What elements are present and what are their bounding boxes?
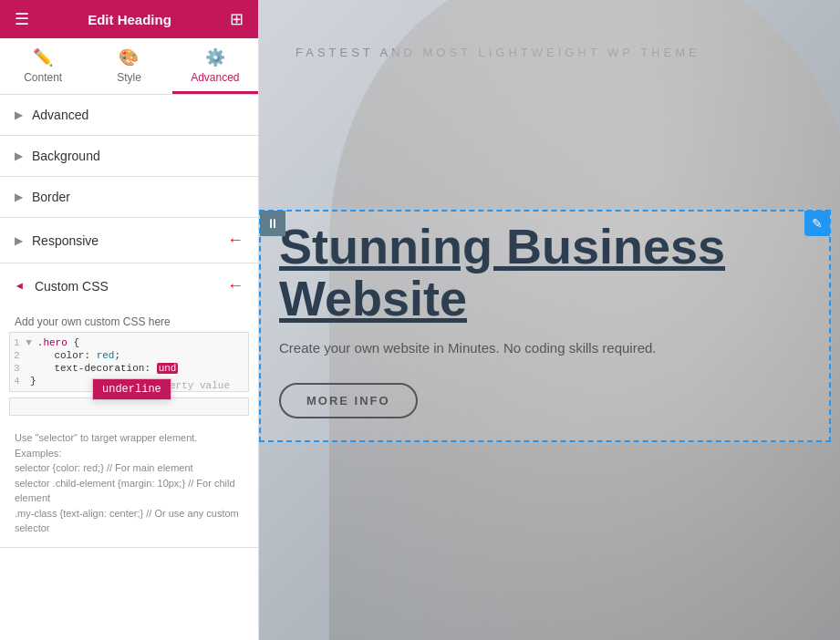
line-content-4: } <box>30 376 36 387</box>
pencil-icon: ✎ <box>812 216 823 231</box>
section-advanced-header[interactable]: ▶ Advanced <box>0 95 258 135</box>
pause-icon: ⏸ <box>266 216 279 231</box>
tab-advanced-label: Advanced <box>191 71 239 84</box>
code-line-1: 1 ▼ .hero { <box>10 336 248 349</box>
content-icon: ✏️ <box>33 47 53 67</box>
section-background-header[interactable]: ▶ Background <box>0 136 258 176</box>
line-num-3: 3 <box>14 363 30 374</box>
tabs-row: ✏️ Content 🎨 Style ⚙️ Advanced <box>0 38 258 95</box>
grid-icon[interactable]: ⊞ <box>230 9 244 29</box>
advanced-icon: ⚙️ <box>205 47 225 67</box>
line-num-4: 4 <box>14 376 30 387</box>
preview-btn-area: MORE INFO <box>261 374 829 440</box>
red-arrow-responsive: ← <box>227 231 244 250</box>
tab-advanced[interactable]: ⚙️ Advanced <box>172 38 258 94</box>
section-advanced-label: Advanced <box>32 108 88 122</box>
line-content-2: color: red; <box>30 350 120 361</box>
chevron-icon-border: ▶ <box>15 191 23 203</box>
section-border-header[interactable]: ▶ Border <box>0 177 258 217</box>
style-icon: 🎨 <box>119 47 139 67</box>
hamburger-icon[interactable]: ☰ <box>15 9 29 29</box>
autocomplete-item[interactable]: underline <box>93 379 171 399</box>
line-num-2: 2 <box>14 350 30 361</box>
code-line-2: 2 color: red; <box>10 349 248 362</box>
tab-content[interactable]: ✏️ Content <box>0 38 86 94</box>
section-border-label: Border <box>32 190 70 204</box>
section-custom-css-header[interactable]: ▼ Custom CSS ← <box>0 263 258 308</box>
section-background: ▶ Background <box>0 136 258 177</box>
website-preview: FASTEST AND MOST LIGHTWEIGHT WP THEME ⏸ … <box>259 0 840 640</box>
section-custom-css-label: Custom CSS <box>35 279 109 294</box>
code-line-3: 3 text-decoration: und <box>10 362 248 375</box>
autocomplete-popup[interactable]: underline <box>92 378 171 400</box>
line-content-1: .hero { <box>37 337 79 348</box>
preview-subtext: Create your own website in Minutes. No c… <box>261 333 829 374</box>
right-content: FASTEST AND MOST LIGHTWEIGHT WP THEME ⏸ … <box>259 0 840 640</box>
tab-style[interactable]: 🎨 Style <box>86 38 171 94</box>
line-num-1: 1 ▼ <box>14 337 37 348</box>
panel-title: Edit Heading <box>88 12 171 27</box>
section-background-label: Background <box>32 149 100 163</box>
red-arrow-css: ← <box>227 276 244 295</box>
tab-content-label: Content <box>24 71 62 84</box>
chevron-icon: ▶ <box>15 108 23 121</box>
custom-css-add-label: Add your own custom CSS here <box>0 308 258 332</box>
section-responsive-label: Responsive <box>32 233 99 248</box>
section-responsive-header[interactable]: ▶ Responsive ← <box>0 218 258 263</box>
help-text: Use "selector" to target wrapper element… <box>0 423 258 547</box>
preview-heading: Stunning Business Website <box>261 212 829 333</box>
panel-header: ☰ Edit Heading ⊞ <box>0 0 258 38</box>
chevron-icon-responsive: ▶ <box>15 234 23 247</box>
chevron-icon-css: ▼ <box>14 281 26 292</box>
line-content-3: text-decoration: und <box>30 363 178 374</box>
chevron-icon-bg: ▶ <box>15 150 23 162</box>
section-custom-css: ▼ Custom CSS ← Add your own custom CSS h… <box>0 263 258 548</box>
code-extra-space[interactable] <box>9 397 249 416</box>
section-responsive: ▶ Responsive ← <box>0 218 258 263</box>
left-panel: ☰ Edit Heading ⊞ ✏️ Content 🎨 Style ⚙️ A… <box>0 0 259 640</box>
block-toolbar[interactable]: ⏸ <box>260 211 285 236</box>
block-edit-button[interactable]: ✎ <box>804 211 830 236</box>
code-editor: 1 ▼ .hero { 2 color: red; 3 text-decorat… <box>9 332 249 392</box>
section-border: ▶ Border <box>0 177 258 218</box>
tab-style-label: Style <box>117 71 141 84</box>
more-info-button[interactable]: MORE INFO <box>279 383 418 418</box>
selected-block[interactable]: ⏸ ✎ Stunning Business Website Create you… <box>259 210 831 442</box>
section-advanced: ▶ Advanced <box>0 95 258 136</box>
